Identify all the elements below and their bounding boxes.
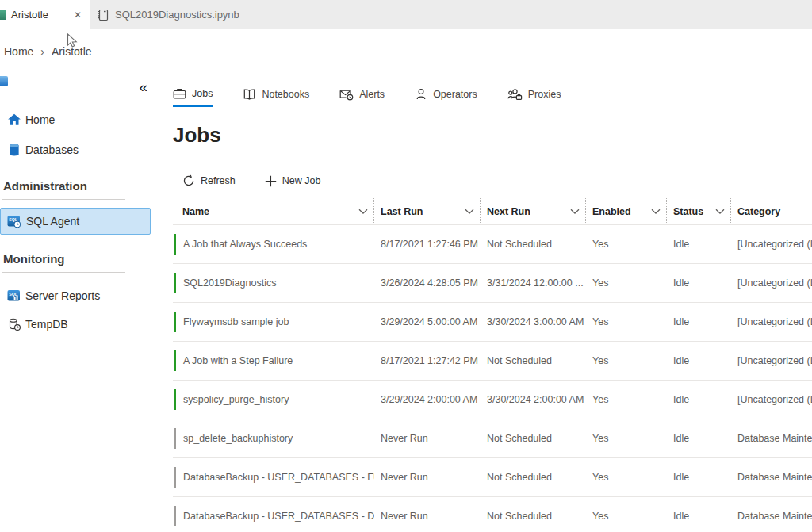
job-name-cell: sp_delete_backuphistory bbox=[173, 428, 374, 449]
column-header-next-run[interactable]: Next Run bbox=[481, 198, 586, 224]
editor-tab-label: SQL2019Diagnostics.ipynb bbox=[115, 9, 239, 21]
job-last-run: 3/26/2024 4:28:05 PM bbox=[374, 277, 481, 289]
job-enabled: Yes bbox=[586, 394, 667, 405]
sidebar-item-label: Home bbox=[25, 113, 55, 126]
job-name-cell: syspolicy_purge_history bbox=[173, 389, 374, 410]
job-name-cell: Flywaymsdb sample job bbox=[173, 312, 374, 332]
job-enabled: Yes bbox=[586, 277, 667, 289]
sidebar-item-label: TempDB bbox=[25, 318, 68, 331]
sidebar-item-label: Server Reports bbox=[25, 289, 100, 302]
databases-icon bbox=[7, 143, 21, 157]
table-row[interactable]: SQL2019Diagnostics 3/26/2024 4:28:05 PM … bbox=[173, 263, 812, 302]
close-icon[interactable]: ✕ bbox=[71, 10, 90, 21]
refresh-label: Refresh bbox=[201, 175, 236, 186]
job-last-run: 8/17/2021 1:27:42 PM bbox=[374, 355, 481, 366]
status-indicator-bar bbox=[174, 234, 176, 255]
job-enabled: Yes bbox=[586, 239, 667, 250]
tab-operators[interactable]: Operators bbox=[415, 86, 477, 107]
column-header-last-run[interactable]: Last Run bbox=[374, 198, 481, 224]
table-row[interactable]: syspolicy_purge_history 3/29/2024 2:00:0… bbox=[173, 380, 812, 419]
job-category: [Uncategorized (Local)] bbox=[731, 316, 812, 327]
table-row[interactable]: A Job that Always Succeeds 8/17/2021 1:2… bbox=[173, 224, 812, 263]
job-name: sp_delete_backuphistory bbox=[183, 433, 293, 444]
tab-proxies[interactable]: Proxies bbox=[508, 86, 561, 107]
sidebar-divider bbox=[2, 272, 125, 273]
chevron-down-icon[interactable] bbox=[358, 209, 368, 215]
table-row[interactable]: DatabaseBackup - USER_DATABASES - FULL N… bbox=[173, 457, 812, 496]
status-indicator-bar bbox=[174, 467, 176, 488]
job-category: [Uncategorized (Local)] bbox=[731, 355, 812, 366]
job-enabled: Yes bbox=[586, 316, 667, 327]
sidebar-item-label: SQL Agent bbox=[26, 215, 79, 228]
job-last-run: Never Run bbox=[374, 511, 481, 522]
job-enabled: Yes bbox=[586, 433, 667, 444]
status-indicator-bar bbox=[174, 350, 176, 371]
mouse-cursor bbox=[67, 33, 78, 49]
status-indicator-bar bbox=[174, 389, 176, 410]
column-header-enabled[interactable]: Enabled bbox=[586, 198, 667, 224]
tab-jobs[interactable]: Jobs bbox=[173, 86, 213, 107]
chevron-down-icon[interactable] bbox=[651, 209, 661, 215]
chevron-down-icon[interactable] bbox=[570, 209, 580, 215]
plus-icon bbox=[265, 175, 277, 187]
column-header-category[interactable]: Category bbox=[731, 198, 812, 224]
tab-alerts[interactable]: Alerts bbox=[339, 86, 385, 107]
job-status: Idle bbox=[667, 316, 731, 327]
tab-notebooks[interactable]: Notebooks bbox=[243, 86, 309, 107]
breadcrumb-home[interactable]: Home bbox=[4, 45, 33, 58]
job-name: A Job with a Step Failure bbox=[183, 355, 293, 366]
job-name: DatabaseBackup - USER_DATABASES - FULL bbox=[183, 472, 374, 483]
job-category: [Uncategorized (Local)] bbox=[731, 277, 812, 289]
person-icon bbox=[415, 88, 427, 101]
job-name: syspolicy_purge_history bbox=[183, 394, 289, 405]
sidebar-section-monitoring: Monitoring bbox=[3, 252, 64, 266]
job-enabled: Yes bbox=[586, 355, 667, 366]
table-row[interactable]: A Job with a Step Failure 8/17/2021 1:27… bbox=[173, 341, 812, 380]
job-name-cell: DatabaseBackup - USER_DATABASES - DIFF bbox=[173, 506, 374, 526]
tempdb-icon bbox=[7, 317, 21, 331]
editor-tab-notebook[interactable]: SQL2019Diagnostics.ipynb bbox=[90, 0, 274, 29]
sidebar-item-sql-agent[interactable]: SQL SQL Agent bbox=[0, 208, 151, 235]
job-name: DatabaseBackup - USER_DATABASES - DIFF bbox=[183, 511, 374, 522]
server-reports-icon: SQL bbox=[7, 289, 21, 303]
section-tabs: Jobs Notebooks bbox=[173, 86, 812, 107]
chevron-down-icon[interactable] bbox=[465, 209, 474, 215]
job-last-run: 8/17/2021 1:27:46 PM bbox=[374, 239, 481, 250]
job-next-run: Not Scheduled bbox=[481, 472, 586, 483]
job-category: [Uncategorized (Local)] bbox=[731, 394, 812, 405]
column-header-name[interactable]: Name bbox=[173, 198, 374, 224]
sql-agent-icon: SQL bbox=[7, 214, 21, 228]
job-enabled: Yes bbox=[586, 511, 667, 522]
job-category: Database Maintenance bbox=[731, 433, 812, 444]
jobs-table-header: Name Last Run Next Run Enabled bbox=[173, 198, 812, 224]
refresh-icon bbox=[182, 174, 195, 187]
job-status: Idle bbox=[667, 511, 731, 522]
sidebar-divider bbox=[2, 199, 125, 200]
sidebar-section-administration: Administration bbox=[3, 179, 87, 193]
book-icon bbox=[243, 88, 256, 101]
editor-tab-aristotle[interactable]: Aristotle ✕ bbox=[0, 0, 90, 29]
person-briefcase-icon bbox=[508, 88, 523, 101]
job-last-run: Never Run bbox=[374, 433, 481, 444]
main-panel: Jobs Notebooks bbox=[159, 75, 812, 532]
table-row[interactable]: Flywaymsdb sample job 3/29/2024 5:00:00 … bbox=[173, 302, 812, 341]
editor-tabstrip: Aristotle ✕ SQL2019Diagnostics.ipynb bbox=[0, 0, 812, 29]
page-title: Jobs bbox=[173, 123, 812, 147]
chevron-down-icon[interactable] bbox=[715, 209, 725, 215]
sidebar-item-label: Databases bbox=[25, 144, 79, 156]
table-row[interactable]: sp_delete_backuphistory Never Run Not Sc… bbox=[173, 419, 812, 457]
job-status: Idle bbox=[667, 394, 731, 405]
job-next-run: Not Scheduled bbox=[481, 433, 586, 444]
table-row[interactable]: DatabaseBackup - USER_DATABASES - DIFF N… bbox=[173, 496, 812, 532]
job-name: A Job that Always Succeeds bbox=[183, 239, 307, 250]
job-next-run: Not Scheduled bbox=[481, 355, 586, 366]
column-header-status[interactable]: Status bbox=[667, 198, 731, 224]
job-last-run: Never Run bbox=[374, 472, 481, 483]
breadcrumb: Home › Aristotle bbox=[0, 29, 812, 75]
sidebar-peek-icon bbox=[0, 76, 8, 86]
tab-label: Notebooks bbox=[262, 89, 309, 100]
new-job-button[interactable]: New Job bbox=[265, 175, 321, 187]
job-next-run: 3/30/2024 2:00:00 AM bbox=[481, 394, 586, 405]
refresh-button[interactable]: Refresh bbox=[182, 174, 236, 187]
collapse-sidebar-icon[interactable]: « bbox=[139, 78, 147, 96]
